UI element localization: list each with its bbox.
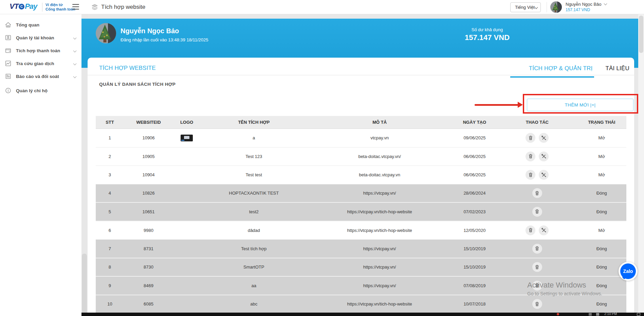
cell-created: 10/07/2018 bbox=[452, 295, 497, 313]
table-row: 98469aahttps://vtcpay.vn/07/08/2019Đóng bbox=[96, 277, 626, 295]
taskbar-icon bbox=[596, 313, 599, 316]
cell-description: beta-doitac.vtcpay.vn bbox=[308, 166, 452, 184]
tab-0[interactable]: TÍCH HỢP & QUẢN TRỊ bbox=[529, 65, 593, 72]
sidebar-item-label: Tổng quan bbox=[16, 22, 39, 27]
vtcpay-logo[interactable]: VTCPay bbox=[10, 2, 37, 11]
delete-button[interactable] bbox=[532, 188, 542, 198]
cell-status: Đóng bbox=[577, 240, 626, 258]
add-new-button-label: THÊM MỚI |+| bbox=[565, 102, 596, 107]
top-bar: VTCPay Ví điện tử Cổng thanh toán Tích h… bbox=[0, 0, 644, 14]
trash-icon bbox=[534, 246, 540, 251]
cell-stt: 10 bbox=[96, 295, 124, 313]
annotation-arrow bbox=[475, 102, 523, 108]
cell-logo bbox=[173, 166, 200, 184]
column-header: TÊN TÍCH HỢP bbox=[200, 116, 308, 129]
taskbar-strip: 2:10 PM bbox=[81, 313, 644, 316]
cell-description: https://vtcpay.vn/tich-hop-website bbox=[308, 221, 452, 240]
tab-1[interactable]: TÀI LIỆU bbox=[605, 65, 629, 72]
cell-name: test2 bbox=[200, 203, 308, 221]
cell-websiteid: 8730 bbox=[124, 258, 173, 276]
cell-websiteid: 10826 bbox=[124, 184, 173, 202]
language-selector[interactable]: Tiếng Việt bbox=[510, 2, 541, 12]
sidebar-item-1[interactable]: Quản lý tài khoản bbox=[0, 31, 81, 44]
sidebar-item-4[interactable]: Báo cáo và đối soát bbox=[0, 70, 81, 83]
cell-actions bbox=[497, 129, 577, 147]
settings-button[interactable] bbox=[539, 170, 549, 180]
sidebar-item-label: Quản lý chi hộ bbox=[16, 88, 48, 93]
delete-button[interactable] bbox=[532, 299, 542, 309]
tagline-line1: Ví điện tử bbox=[45, 3, 75, 7]
cell-name: aa bbox=[200, 277, 308, 295]
hamburger-menu-icon[interactable] bbox=[72, 4, 79, 9]
chart-icon bbox=[5, 60, 12, 67]
integrations-table: STTWEBSITEIDLOGOTÊN TÍCH HỢPMÔ TẢNGÀY TẠ… bbox=[96, 116, 626, 314]
sidebar-item-2[interactable]: Tích hợp thanh toán bbox=[0, 44, 81, 57]
chevron-down-icon bbox=[535, 6, 538, 9]
cell-description: https://vtcpay.vn/ bbox=[308, 258, 452, 276]
table-row: 110906avtcpay.vn09/06/2025Mở bbox=[96, 129, 626, 147]
cell-websiteid: 10905 bbox=[124, 147, 173, 166]
chevron-down-icon bbox=[73, 62, 77, 65]
cell-logo bbox=[173, 147, 200, 166]
logo-c-swirl-icon: C bbox=[19, 4, 24, 9]
table-row: 210905Test 123beta-doitac.vtcpay.vn/06/0… bbox=[96, 147, 626, 166]
sidebar-item-3[interactable]: Tra cứu giao dịch bbox=[0, 57, 81, 70]
zalo-label: Zalo bbox=[623, 269, 633, 274]
content-scrollbar-thumb[interactable] bbox=[82, 254, 87, 315]
sidebar-item-label: Tra cứu giao dịch bbox=[16, 61, 54, 66]
avatar[interactable] bbox=[550, 1, 562, 13]
cell-actions bbox=[497, 295, 577, 313]
cell-logo bbox=[173, 258, 200, 276]
trash-icon bbox=[534, 301, 540, 307]
cell-actions bbox=[497, 166, 577, 184]
add-new-button[interactable]: THÊM MỚI |+| bbox=[527, 99, 633, 111]
user-menu[interactable]: Nguyễn Ngọc Bảo 157.147 VND bbox=[566, 2, 607, 12]
banner-user-name: Nguyễn Ngọc Bảo bbox=[121, 27, 179, 35]
zalo-button[interactable]: Zalo bbox=[619, 262, 638, 281]
logo-tagline: Ví điện tử Cổng thanh toán bbox=[42, 3, 75, 12]
delete-button[interactable] bbox=[532, 244, 542, 254]
logo-text-vt: VT bbox=[10, 2, 18, 11]
settings-button[interactable] bbox=[539, 133, 549, 143]
cell-stt: 7 bbox=[96, 240, 124, 258]
active-tab-underline bbox=[510, 76, 594, 78]
settings-button[interactable] bbox=[539, 225, 549, 235]
delete-button[interactable] bbox=[526, 225, 535, 235]
balance-value: 157.147 VND bbox=[448, 33, 526, 42]
delete-button[interactable] bbox=[526, 170, 535, 180]
website-logo bbox=[181, 135, 193, 141]
sidebar-item-label: Báo cáo và đối soát bbox=[16, 74, 59, 79]
table-row: 410826HOPTACXAONTIK TESThttps://vtcpay.v… bbox=[96, 184, 626, 203]
cell-actions bbox=[497, 221, 577, 240]
delete-button[interactable] bbox=[526, 152, 535, 161]
delete-button[interactable] bbox=[532, 281, 542, 291]
info-icon bbox=[5, 87, 12, 94]
chevron-down-icon bbox=[73, 36, 77, 39]
tagline-line2: Cổng thanh toán bbox=[45, 7, 75, 12]
delete-button[interactable] bbox=[532, 207, 542, 217]
column-header: STT bbox=[96, 116, 124, 129]
settings-button[interactable] bbox=[539, 152, 549, 161]
cell-name: Test test bbox=[200, 166, 308, 184]
card-title: TÍCH HỢP WEBSITE bbox=[99, 65, 156, 72]
cell-stt: 5 bbox=[96, 203, 124, 221]
cell-websiteid: 8469 bbox=[124, 277, 173, 295]
column-header: TRẠNG THÁI bbox=[577, 116, 626, 129]
trash-icon bbox=[528, 228, 533, 233]
cell-status: Đóng bbox=[577, 277, 626, 295]
delete-button[interactable] bbox=[532, 262, 542, 272]
trash-icon bbox=[528, 135, 533, 141]
section-title: QUẢN LÝ DANH SÁCH TÍCH HỢP bbox=[99, 82, 176, 87]
cell-websiteid: 6085 bbox=[124, 295, 173, 313]
page-scrollbar-thumb[interactable] bbox=[639, 16, 643, 53]
table-row: 88730SmartOTPhttps://vtcpay.vn/15/10/201… bbox=[96, 258, 626, 277]
taskbar-icon bbox=[589, 313, 592, 316]
delete-button[interactable] bbox=[526, 133, 535, 143]
cell-status: Mở bbox=[577, 129, 626, 147]
tools-icon bbox=[541, 172, 547, 178]
column-header: WEBSITEID bbox=[124, 116, 173, 129]
chevron-down-icon bbox=[73, 75, 77, 78]
sidebar-item-5[interactable]: Quản lý chi hộ bbox=[0, 84, 81, 97]
sidebar-item-0[interactable]: Tổng quan bbox=[0, 18, 81, 31]
trash-icon bbox=[534, 283, 540, 288]
